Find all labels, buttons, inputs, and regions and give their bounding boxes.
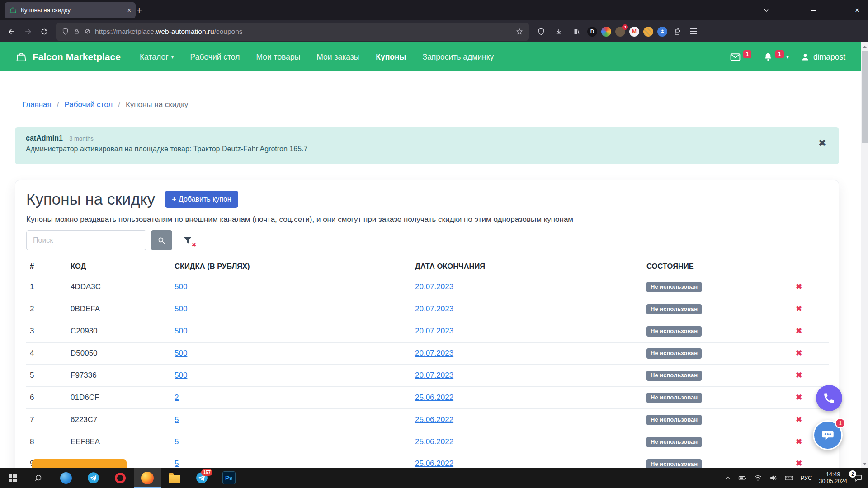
table-row: 4 D50050 500 20.07.2023 Не использован ✖ [26, 342, 829, 364]
taskbar-app-opera[interactable] [107, 468, 134, 488]
discount-link[interactable]: 500 [175, 282, 187, 291]
nav-item-my-orders[interactable]: Мои заказы [316, 52, 359, 62]
discount-link[interactable]: 500 [175, 349, 187, 357]
start-button[interactable] [0, 468, 25, 488]
window-minimize-button[interactable] [803, 0, 825, 20]
nav-item-catalog[interactable]: Каталог ▾ [140, 52, 174, 62]
pocket-shield-icon[interactable] [534, 23, 548, 40]
scrollbar-up-arrow-icon[interactable] [861, 43, 868, 50]
account-extension-icon[interactable] [657, 27, 667, 37]
keyboard-icon[interactable] [784, 474, 793, 483]
blue-app-icon [60, 472, 72, 484]
url-bar[interactable]: https://marketplace.web-automation.ru/co… [56, 23, 529, 41]
tab-list-chevron-icon[interactable] [757, 0, 776, 20]
taskbar-clock[interactable]: 14:49 30.05.2024 [819, 471, 847, 485]
folder-icon [169, 475, 180, 483]
end-date-link[interactable]: 25.06.2022 [415, 393, 453, 402]
window-maximize-button[interactable] [825, 0, 846, 20]
discount-link[interactable]: 5 [175, 415, 179, 424]
clear-filter-button[interactable]: ✖ [180, 233, 195, 248]
end-date-link[interactable]: 25.06.2022 [415, 437, 453, 446]
bee-extension-icon[interactable] [643, 27, 653, 37]
page-scrollbar[interactable] [861, 42, 868, 468]
taskbar-app-explorer[interactable] [161, 468, 188, 488]
mail-extension-icon[interactable]: M [629, 27, 639, 37]
action-center-button[interactable]: 2 [854, 474, 863, 482]
delete-coupon-icon[interactable]: ✖ [796, 305, 802, 313]
downloads-icon[interactable] [552, 23, 566, 40]
delete-coupon-icon[interactable]: ✖ [796, 371, 802, 380]
status-badge: Не использован [646, 459, 702, 468]
bookmark-star-icon[interactable] [515, 28, 524, 36]
add-coupon-button[interactable]: + Добавить купон [165, 191, 238, 208]
extensions-puzzle-icon[interactable] [671, 23, 684, 40]
nav-item-dashboard[interactable]: Рабочий стол [190, 52, 240, 62]
discount-link[interactable]: 2 [175, 393, 179, 402]
forward-button[interactable] [20, 23, 36, 40]
brand[interactable]: Falcon Marketplace [15, 51, 121, 63]
back-button[interactable] [4, 23, 20, 40]
battery-icon[interactable] [738, 474, 747, 483]
window-close-button[interactable]: × [846, 0, 868, 20]
tracking-shield-icon[interactable] [61, 28, 69, 35]
taskbar-app-firefox[interactable] [134, 468, 161, 488]
taskbar-app-photoshop[interactable]: Ps [215, 468, 242, 488]
search-input[interactable] [26, 230, 146, 250]
wifi-icon[interactable] [754, 474, 762, 482]
scrollbar-down-arrow-icon[interactable] [861, 460, 868, 467]
end-date-link[interactable]: 20.07.2023 [415, 371, 453, 380]
delete-coupon-icon[interactable]: ✖ [796, 459, 802, 468]
end-date-link[interactable]: 20.07.2023 [415, 282, 453, 291]
user-menu[interactable]: dimapost [801, 52, 845, 62]
end-date-link[interactable]: 25.06.2022 [415, 459, 453, 468]
breadcrumb-home-link[interactable]: Главная [22, 100, 52, 109]
browser-tab[interactable]: Купоны на скидку × [5, 2, 136, 18]
delete-coupon-icon[interactable]: ✖ [796, 349, 802, 357]
alert-close-icon[interactable]: ✖ [818, 137, 826, 149]
system-tray: РУС 14:49 30.05.2024 2 [725, 468, 868, 488]
volume-icon[interactable] [769, 474, 778, 482]
taskbar-app-blue[interactable] [52, 468, 80, 488]
end-date-link[interactable]: 20.07.2023 [415, 349, 453, 357]
discount-link[interactable]: 500 [175, 305, 187, 313]
generate-coupons-button[interactable] [32, 459, 127, 468]
darkreader-extension-icon[interactable]: D [587, 27, 597, 37]
new-tab-button[interactable]: + [132, 3, 146, 18]
taskbar-search-button[interactable] [25, 468, 52, 488]
profile-avatar-icon[interactable] [601, 27, 611, 37]
nav-item-my-products[interactable]: Мои товары [256, 52, 300, 62]
search-button[interactable] [151, 230, 172, 250]
discount-link[interactable]: 5 [175, 459, 179, 468]
scrollbar-thumb[interactable] [862, 51, 868, 143]
messages-button[interactable]: 1 [730, 52, 752, 63]
taskbar-app-telegram-2[interactable]: 157 [188, 468, 215, 488]
hidden-icons-chevron-icon[interactable] [725, 475, 731, 481]
delete-coupon-icon[interactable]: ✖ [796, 327, 802, 335]
delete-coupon-icon[interactable]: ✖ [796, 282, 802, 291]
breadcrumb-dashboard-link[interactable]: Рабочий стол [64, 100, 113, 109]
library-icon[interactable] [570, 23, 583, 40]
notifications-button[interactable]: 1 ▾ [763, 52, 789, 62]
discount-link[interactable]: 500 [175, 371, 187, 380]
col-header-num: # [26, 257, 67, 276]
delete-coupon-icon[interactable]: ✖ [796, 437, 802, 446]
permissions-icon[interactable] [84, 28, 91, 35]
discount-link[interactable]: 5 [175, 437, 179, 446]
nav-item-coupons[interactable]: Купоны [376, 52, 406, 62]
reload-button[interactable] [36, 23, 52, 40]
menu-icon[interactable] [688, 27, 698, 36]
adblock-extension-icon[interactable]: 3 [615, 27, 625, 37]
tab-close-icon[interactable]: × [127, 7, 131, 14]
discount-link[interactable]: 500 [175, 327, 187, 335]
delete-coupon-icon[interactable]: ✖ [796, 393, 802, 402]
delete-coupon-icon[interactable]: ✖ [796, 415, 802, 424]
lock-icon[interactable] [73, 28, 80, 35]
taskbar-app-telegram[interactable] [80, 468, 107, 488]
viber-widget-button[interactable] [816, 385, 842, 411]
end-date-link[interactable]: 20.07.2023 [415, 305, 453, 313]
admin-notification-alert: catAdmin1 3 months Администратор активир… [15, 127, 839, 164]
language-indicator[interactable]: РУС [800, 474, 812, 481]
end-date-link[interactable]: 25.06.2022 [415, 415, 453, 424]
end-date-link[interactable]: 20.07.2023 [415, 327, 453, 335]
nav-item-request-admin[interactable]: Запросить админку [423, 52, 494, 62]
